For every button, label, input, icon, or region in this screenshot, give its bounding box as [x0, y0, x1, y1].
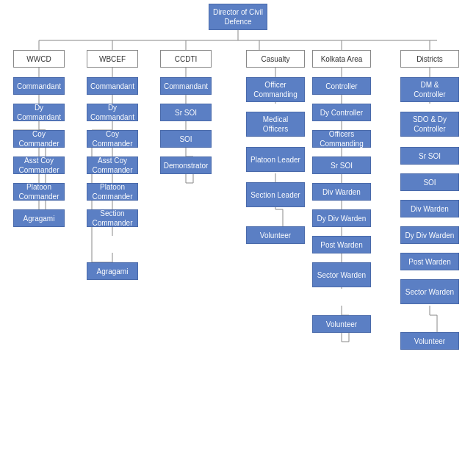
kolkata-controller: Controller	[312, 77, 371, 95]
kolkata-dy-controller: Dy Controller	[312, 104, 371, 121]
casualty-platoon-leader: Platoon Leader	[246, 147, 305, 172]
wbcef-agragami: Agragami	[87, 262, 138, 280]
wbcef-dy-commandant: Dy Commandant	[87, 104, 138, 121]
casualty-header: Casualty	[246, 50, 305, 68]
kolkata-div-warden: Div Warden	[312, 183, 371, 201]
wwcd-agragami: Agragami	[13, 209, 65, 227]
kolkata-header: Kolkata Area	[312, 50, 371, 68]
kolkata-dy-div-warden: Dy Div Warden	[312, 209, 371, 227]
kolkata-sr-soi: Sr SOI	[312, 156, 371, 174]
director-box: Director of Civil Defence	[209, 4, 267, 30]
wwcd-header: WWCD	[13, 50, 65, 68]
wbcef-coy-commander: Coy Commander	[87, 130, 138, 148]
org-chart: Director of Civil Defence WWCD Commandan…	[4, 0, 472, 448]
wwcd-platoon-commander: Platoon Commander	[13, 183, 65, 201]
districts-dm-controller: DM & Controller	[400, 77, 459, 102]
casualty-officer-commanding: Officer Commanding	[246, 77, 305, 102]
districts-div-warden: Div Warden	[400, 200, 459, 217]
kolkata-post-warden: Post Warden	[312, 236, 371, 253]
kolkata-officers-commanding: Officers Commanding	[312, 130, 371, 148]
wbcef-section-commander: Section Commander	[87, 209, 138, 227]
ccdti-demonstrator: Demonstrator	[160, 156, 212, 174]
districts-header: Districts	[400, 50, 459, 68]
wwcd-coy-commander: Coy Commander	[13, 130, 65, 148]
wbcef-asst-coy-commander: Asst Coy Commander	[87, 156, 138, 174]
ccdti-soi: SOI	[160, 130, 212, 148]
wbcef-commandant: Commandant	[87, 77, 138, 95]
districts-post-warden: Post Warden	[400, 253, 459, 270]
districts-soi: SOI	[400, 173, 459, 191]
ccdti-sr-soi: Sr SOI	[160, 104, 212, 121]
districts-dy-div-warden: Dy Div Warden	[400, 226, 459, 244]
districts-sdo-dy-controller: SDO & Dy Controller	[400, 112, 459, 137]
casualty-medical-officers: Medical Officers	[246, 112, 305, 137]
wwcd-dy-commandant: Dy Commandant	[13, 104, 65, 121]
ccdti-commandant: Commandant	[160, 77, 212, 95]
casualty-volunteer: Volunteer	[246, 226, 305, 244]
ccdti-header: CCDTI	[160, 50, 212, 68]
wwcd-commandant: Commandant	[13, 77, 65, 95]
wwcd-asst-coy-commander: Asst Coy Commander	[13, 156, 65, 174]
districts-sr-soi: Sr SOI	[400, 147, 459, 165]
districts-volunteer: Volunteer	[400, 332, 459, 350]
kolkata-volunteer: Volunteer	[312, 315, 371, 333]
wbcef-header: WBCEF	[87, 50, 138, 68]
casualty-section-leader: Section Leader	[246, 182, 305, 207]
wbcef-platoon-commander: Platoon Commander	[87, 183, 138, 201]
districts-sector-warden: Sector Warden	[400, 279, 459, 304]
kolkata-sector-warden: Sector Warden	[312, 262, 371, 287]
